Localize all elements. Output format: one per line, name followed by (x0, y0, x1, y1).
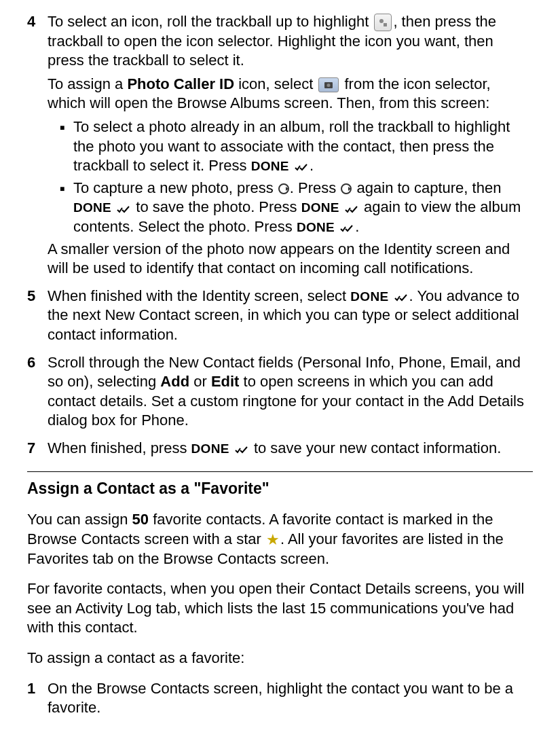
favorites-activity-log: For favorite contacts, when you open the… (27, 579, 533, 638)
done-label: DONE (301, 200, 339, 215)
subitem-content: To capture a new photo, press . Press ag… (73, 179, 533, 237)
step-content: When finished, press DONE to save your n… (48, 439, 533, 463)
step-number: 5 (27, 287, 48, 349)
step-content: Scroll through the New Contact fields (P… (48, 353, 533, 435)
subitem: ■ To select a photo already in an album,… (48, 118, 533, 176)
favorites-intro: You can assign 50 favorite contacts. A f… (27, 510, 533, 568)
section-heading: Assign a Contact as a "Favorite" (27, 479, 533, 499)
bullet-icon: ■ (60, 118, 73, 176)
step-number: 4 (27, 12, 48, 283)
done-check-icon (295, 164, 308, 172)
done-check-icon (235, 446, 248, 454)
svg-point-0 (379, 19, 384, 23)
sublist: ■ To select a photo already in an album,… (48, 118, 533, 237)
step6-para1: Scroll through the New Contact fields (P… (48, 353, 533, 431)
fav-step1-text: On the Browse Contacts screen, highlight… (48, 679, 533, 718)
step-4: 4 To select an icon, roll the trackball … (27, 12, 533, 283)
done-check-icon (394, 294, 408, 302)
fav-step-1: 1 On the Browse Contacts screen, highlig… (27, 679, 533, 722)
done-label: DONE (191, 441, 229, 456)
done-label: DONE (297, 220, 335, 234)
capture-icon (341, 183, 352, 194)
capture-icon (278, 183, 289, 194)
step5-para1: When finished with the Identity screen, … (48, 287, 533, 345)
step-5: 5 When finished with the Identity screen… (27, 287, 533, 349)
bullet-icon: ■ (60, 179, 73, 237)
subitem: ■ To capture a new photo, press . Press … (48, 179, 533, 237)
svg-rect-1 (384, 23, 387, 26)
star-icon: ★ (266, 532, 280, 547)
camera-icon (318, 77, 339, 92)
step7-para1: When finished, press DONE to save your n… (48, 439, 533, 458)
step4-para1: To select an icon, roll the trackball up… (48, 12, 533, 71)
step-number: 7 (27, 439, 48, 463)
done-label: DONE (251, 159, 289, 173)
icon-selector-icon (374, 14, 392, 31)
subitem-content: To select a photo already in an album, r… (73, 118, 533, 176)
step4-para2: To assign a Photo Caller ID icon, select… (48, 75, 533, 113)
svg-point-3 (327, 84, 331, 87)
step-6: 6 Scroll through the New Contact fields … (27, 353, 533, 435)
done-check-icon (117, 206, 130, 214)
done-label: DONE (350, 289, 388, 304)
step-content: When finished with the Identity screen, … (48, 287, 533, 349)
step-number: 1 (27, 679, 48, 722)
step4-para3: A smaller version of the photo now appea… (48, 240, 533, 278)
done-check-icon (340, 225, 354, 233)
section-divider (27, 471, 533, 472)
done-label: DONE (73, 200, 111, 215)
step-number: 6 (27, 353, 48, 435)
done-check-icon (345, 206, 358, 214)
favorites-howto-lead: To assign a contact as a favorite: (27, 649, 533, 668)
step-7: 7 When finished, press DONE to save your… (27, 439, 533, 463)
step-content: On the Browse Contacts screen, highlight… (48, 679, 533, 722)
step-content: To select an icon, roll the trackball up… (48, 12, 533, 283)
